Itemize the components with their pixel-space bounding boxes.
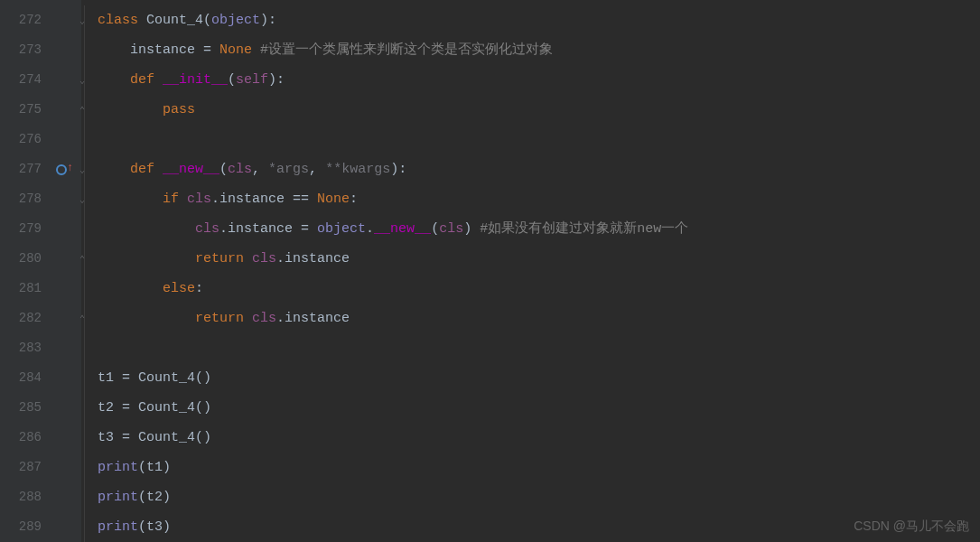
- param-cls: cls: [228, 162, 252, 177]
- indent: [98, 281, 163, 296]
- paren: (: [219, 162, 228, 177]
- code-line[interactable]: else:: [98, 274, 980, 304]
- indent: [98, 42, 130, 58]
- line-number[interactable]: 289: [0, 512, 42, 542]
- fold-toggle[interactable]: ⌄: [79, 184, 92, 214]
- line-numbers: 272 273 274 275 276 277 278 279 280 281 …: [0, 5, 51, 542]
- code-line[interactable]: def __new__(cls, *args, **kwargs):: [98, 154, 980, 184]
- code-area[interactable]: class Count_4(object): instance = None #…: [81, 0, 980, 542]
- param-kwargs: **kwargs: [325, 162, 390, 177]
- line-number[interactable]: 288: [0, 482, 42, 512]
- cls-ref: cls: [187, 192, 211, 207]
- override-marker[interactable]: ↑: [51, 154, 78, 184]
- paren: ):: [268, 72, 285, 88]
- marker-slot: [51, 35, 78, 65]
- magic-method: __new__: [163, 162, 219, 177]
- line-number[interactable]: 278: [0, 184, 42, 214]
- variable: t2: [98, 400, 122, 416]
- attribute: .instance: [276, 251, 350, 266]
- cls-ref: cls: [252, 311, 276, 326]
- code-line[interactable]: def __init__(self):: [98, 65, 980, 95]
- variable: t1: [98, 370, 122, 386]
- code-line[interactable]: [98, 125, 980, 154]
- builtin-object: object: [211, 13, 260, 28]
- code-line[interactable]: cls.instance = object.__new__(cls) #如果没有…: [98, 214, 980, 244]
- line-number[interactable]: 274: [0, 65, 42, 95]
- keyword-return: return: [195, 311, 252, 326]
- line-number[interactable]: 287: [0, 453, 42, 482]
- attribute: .instance: [211, 192, 293, 207]
- paren: (: [431, 221, 439, 237]
- paren: ): [463, 221, 480, 237]
- line-number[interactable]: 273: [0, 35, 42, 65]
- line-number[interactable]: 279: [0, 214, 42, 244]
- override-icon: ↑: [58, 164, 70, 176]
- colon: :: [350, 192, 358, 207]
- code-line[interactable]: if cls.instance == None:: [98, 184, 980, 214]
- code-line[interactable]: [98, 333, 980, 363]
- param-args: *args: [268, 162, 309, 177]
- builtin-print: print: [98, 490, 138, 505]
- variable: instance: [130, 42, 203, 58]
- fold-toggle[interactable]: ⌄: [79, 65, 92, 95]
- code-line[interactable]: t1 = Count_4(): [98, 363, 980, 393]
- call: Count_4: [138, 430, 195, 445]
- code-line[interactable]: t2 = Count_4(): [98, 393, 980, 423]
- code-line[interactable]: return cls.instance: [98, 244, 980, 274]
- code-line[interactable]: print(t1): [98, 453, 980, 482]
- line-number[interactable]: 283: [0, 333, 42, 363]
- comma: ,: [309, 162, 325, 177]
- keyword-pass: pass: [163, 102, 195, 117]
- line-number[interactable]: 275: [0, 95, 42, 125]
- line-number[interactable]: 272: [0, 5, 42, 35]
- indent: [98, 102, 163, 117]
- paren: ): [163, 519, 171, 535]
- keyword-def: def: [130, 162, 163, 177]
- line-number[interactable]: 277: [0, 154, 42, 184]
- none-literal: None: [317, 192, 350, 207]
- code-line[interactable]: t3 = Count_4(): [98, 423, 980, 453]
- line-number[interactable]: 285: [0, 393, 42, 423]
- marker-slot: [51, 125, 78, 154]
- parens: (): [195, 400, 211, 416]
- marker-slot: [51, 65, 78, 95]
- magic-method: __init__: [163, 72, 228, 88]
- line-number[interactable]: 280: [0, 244, 42, 274]
- paren: (: [138, 490, 146, 505]
- operator: =: [301, 221, 317, 237]
- fold-guide: [79, 274, 92, 304]
- magic-method: __new__: [374, 221, 431, 237]
- line-number[interactable]: 281: [0, 274, 42, 304]
- argument: t3: [146, 519, 163, 535]
- operator: =: [122, 370, 138, 386]
- code-line[interactable]: instance = None #设置一个类属性来判断这个类是否实例化过对象: [98, 35, 980, 65]
- code-line[interactable]: print(t3): [98, 512, 980, 542]
- line-number[interactable]: 276: [0, 125, 42, 154]
- paren: (: [138, 460, 146, 475]
- line-number[interactable]: 286: [0, 423, 42, 453]
- fold-toggle[interactable]: ⌃: [79, 304, 92, 333]
- fold-guide: [79, 35, 92, 65]
- argument: t2: [146, 490, 163, 505]
- call: Count_4: [138, 370, 195, 386]
- paren: (: [228, 72, 236, 88]
- code-line[interactable]: pass: [98, 95, 980, 125]
- paren: (: [138, 519, 146, 535]
- fold-guide: [79, 214, 92, 244]
- fold-toggle[interactable]: ⌃: [79, 95, 92, 125]
- paren: ): [163, 490, 171, 505]
- code-line[interactable]: print(t2): [98, 482, 980, 512]
- call: Count_4: [138, 400, 195, 416]
- line-number[interactable]: 284: [0, 363, 42, 393]
- paren: (: [203, 13, 211, 28]
- marker-slot: [51, 5, 78, 35]
- indent: [98, 251, 195, 266]
- code-line[interactable]: return cls.instance: [98, 304, 980, 333]
- indent: [98, 221, 195, 237]
- fold-toggle[interactable]: ⌄: [79, 5, 92, 35]
- line-number[interactable]: 282: [0, 304, 42, 333]
- code-line[interactable]: class Count_4(object):: [98, 5, 980, 35]
- fold-toggle[interactable]: ⌄: [79, 154, 92, 184]
- operator: =: [203, 42, 219, 58]
- fold-toggle[interactable]: ⌃: [79, 244, 92, 274]
